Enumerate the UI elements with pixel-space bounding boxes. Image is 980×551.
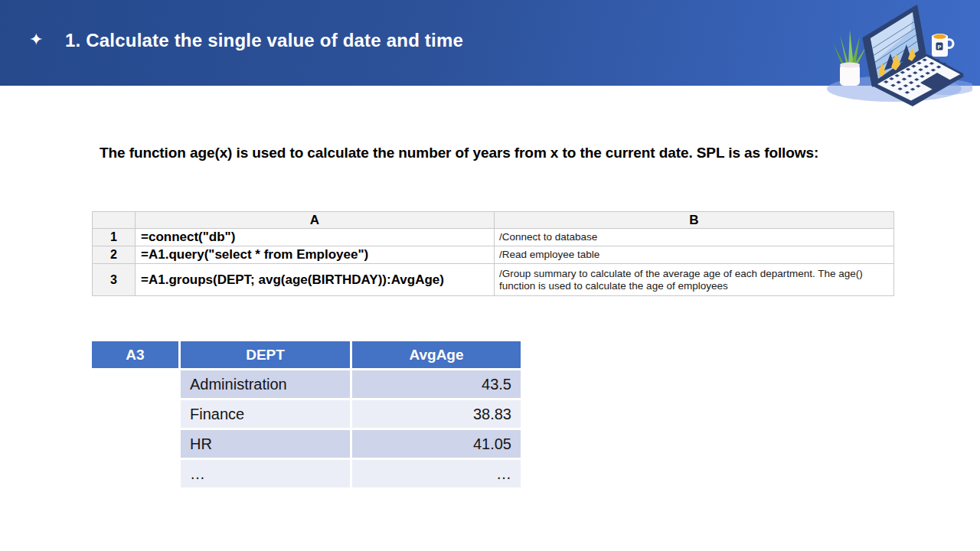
result-dept-cell: …	[181, 460, 350, 487]
code-cell-a3: =A1.groups(DEPT; avg(age(BIRTHDAY)):AvgA…	[136, 264, 495, 296]
spl-code-grid: A B 1 =connect("db") /Connect to databas…	[92, 211, 894, 296]
comment-cell-b3: /Group summary to calculate of the avera…	[495, 264, 894, 296]
result-row-spacer	[92, 400, 178, 428]
grid-row-2: 2 =A1.query("select * from Employee") /R…	[93, 246, 894, 264]
row-number: 1	[93, 229, 136, 246]
comment-cell-b2: /Read employee table	[495, 246, 894, 264]
result-avgage-cell: 43.5	[352, 370, 521, 398]
code-cell-a2: =A1.query("select * from Employee")	[136, 246, 495, 264]
result-row-spacer	[92, 370, 178, 398]
laptop-illustration: P	[796, 0, 972, 119]
row-number: 3	[93, 264, 136, 296]
row-number: 2	[93, 246, 136, 264]
result-cell-ref: A3	[92, 341, 178, 368]
grid-row-3: 3 =A1.groups(DEPT; avg(age(BIRTHDAY)):Av…	[93, 264, 894, 296]
grid-row-1: 1 =connect("db") /Connect to database	[93, 229, 894, 246]
result-row-spacer	[92, 460, 178, 487]
slide: ✦ 1. Calculate the single value of date …	[0, 0, 980, 551]
intro-text: The function age(x) is used to calculate…	[100, 145, 850, 161]
result-column-avgage: AvgAge	[352, 341, 521, 368]
result-column-dept: DEPT	[181, 341, 350, 368]
comment-cell-b1: /Connect to database	[495, 229, 894, 246]
sparkle-bullet-icon: ✦	[29, 31, 43, 48]
result-avgage-cell: 38.83	[352, 400, 521, 428]
grid-column-header-a: A	[136, 212, 495, 229]
result-avgage-cell: 41.05	[352, 430, 521, 458]
grid-corner-cell	[93, 212, 136, 229]
result-dept-cell: HR	[181, 430, 350, 458]
result-avgage-cell: …	[352, 460, 521, 487]
result-dept-cell: Administration	[181, 370, 350, 398]
grid-column-header-b: B	[495, 212, 894, 229]
code-cell-a1: =connect("db")	[136, 229, 495, 246]
result-dept-cell: Finance	[181, 400, 350, 428]
result-table: A3 DEPT AvgAge Administration 43.5 Finan…	[92, 341, 521, 487]
svg-text:P: P	[938, 44, 942, 51]
page-title: 1. Calculate the single value of date an…	[65, 30, 463, 51]
result-row-spacer	[92, 430, 178, 458]
mug-icon: P	[932, 34, 953, 57]
